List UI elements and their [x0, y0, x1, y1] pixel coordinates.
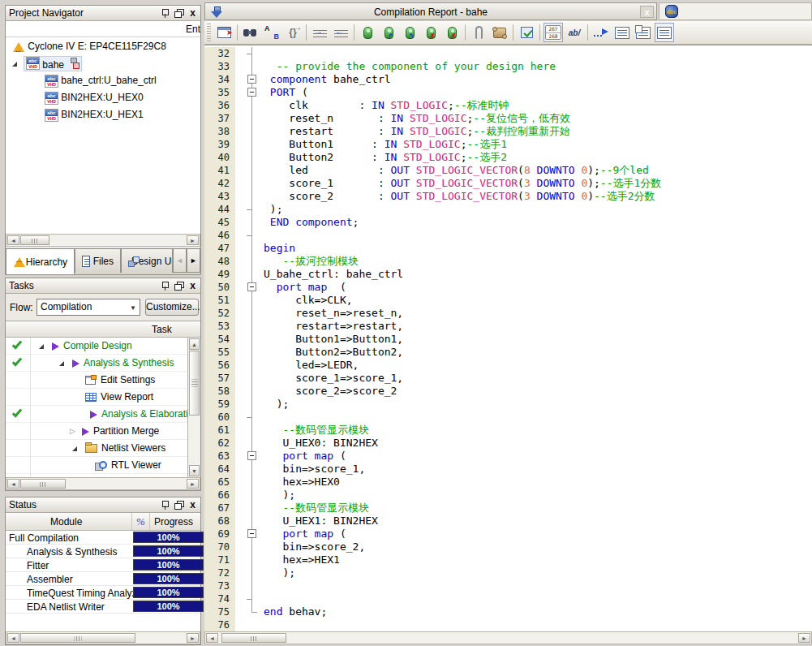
- attachment-icon[interactable]: [469, 23, 488, 42]
- word-wrap-icon[interactable]: ab/: [565, 23, 584, 42]
- task-row[interactable]: Analysis & Synthesis: [6, 355, 200, 372]
- scroll-thumb[interactable]: [20, 633, 135, 643]
- task-row[interactable]: Edit Settings: [6, 372, 200, 389]
- delete-bookmark-icon[interactable]: ✗: [421, 23, 440, 42]
- pin-icon[interactable]: [160, 281, 170, 291]
- find-icon[interactable]: [241, 23, 260, 42]
- check-syntax-icon[interactable]: [517, 23, 536, 42]
- line-number: 35: [204, 86, 235, 99]
- scroll-thumb[interactable]: [189, 351, 200, 416]
- task-check-cell: [6, 389, 31, 406]
- fold-collapse-icon[interactable]: [247, 88, 256, 97]
- tab-scroll-buttons: ◄►: [173, 248, 200, 273]
- tab-scroll-right-icon[interactable]: ►: [187, 248, 200, 273]
- expander-icon[interactable]: [72, 446, 77, 451]
- scroll-right-icon[interactable]: ►: [187, 479, 199, 489]
- tasks-panel: Tasks x Flow: Compilation ▼ Customize...…: [5, 278, 201, 491]
- scroll-thumb[interactable]: [221, 633, 286, 643]
- line-numbers-icon[interactable]: 267268: [543, 23, 563, 42]
- close-window-icon[interactable]: x: [640, 6, 654, 18]
- percent-column-header[interactable]: %: [136, 515, 145, 528]
- fold-collapse-icon[interactable]: [247, 451, 256, 460]
- customize-button[interactable]: Customize...: [145, 299, 199, 316]
- status-hscrollbar[interactable]: ◄ ►: [6, 631, 200, 644]
- goto-line-icon[interactable]: [591, 23, 611, 42]
- scroll-thumb[interactable]: [20, 479, 66, 489]
- task-row[interactable]: Compile Design: [6, 338, 200, 355]
- tree-item[interactable]: abcVHD bahe: [6, 55, 200, 72]
- decrease-indent-icon[interactable]: [331, 23, 350, 42]
- scroll-left-icon[interactable]: ◄: [7, 235, 19, 245]
- navigator-hscrollbar[interactable]: ◄ ►: [6, 234, 200, 247]
- code-text: --拔河控制模块: [264, 255, 359, 268]
- fold-collapse-icon[interactable]: [247, 75, 256, 84]
- float-icon[interactable]: [174, 500, 184, 510]
- fold-collapse-icon[interactable]: [247, 529, 256, 538]
- scroll-left-icon[interactable]: ◄: [206, 633, 218, 643]
- scroll-thumb[interactable]: [20, 235, 49, 245]
- delete-all-bookmarks-icon[interactable]: ✗: [442, 23, 462, 42]
- progress-bar: 100%: [133, 545, 204, 557]
- outline-page-view-icon[interactable]: [634, 23, 653, 42]
- tree-item[interactable]: Cyclone IV E: EP4CE115F29C8: [6, 38, 200, 55]
- scroll-left-icon[interactable]: ◄: [7, 633, 19, 643]
- task-row[interactable]: ▷Partition Merge: [6, 423, 200, 440]
- insert-template-icon[interactable]: [490, 23, 509, 42]
- fold-rail: [235, 502, 264, 515]
- entity-column-header[interactable]: Entity: [6, 21, 200, 37]
- next-bookmark-icon[interactable]: ↱: [379, 23, 398, 42]
- expander-icon[interactable]: ▷: [70, 427, 75, 435]
- task-row[interactable]: View Report: [6, 389, 200, 406]
- pin-icon[interactable]: [160, 500, 170, 510]
- outline-view-icon[interactable]: [612, 23, 632, 42]
- scroll-right-icon[interactable]: ►: [187, 633, 199, 643]
- expander-icon[interactable]: [59, 361, 64, 366]
- scroll-right-icon[interactable]: ►: [187, 235, 199, 245]
- pin-icon[interactable]: [160, 8, 170, 19]
- full-view-icon[interactable]: [655, 23, 674, 42]
- toolbar-drag-handle[interactable]: [207, 24, 211, 41]
- task-table-header[interactable]: Task: [6, 321, 200, 338]
- scroll-down-icon[interactable]: ▼: [189, 465, 200, 476]
- tasks-hscrollbar[interactable]: ◄ ►: [6, 477, 200, 490]
- expander-icon[interactable]: [12, 62, 17, 67]
- float-icon[interactable]: [174, 281, 184, 291]
- task-row[interactable]: Netlist Viewers: [6, 440, 200, 457]
- toggle-bookmark-icon[interactable]: [358, 23, 377, 42]
- previous-bookmark-icon[interactable]: ↰: [400, 23, 419, 42]
- increase-indent-icon[interactable]: [310, 23, 329, 42]
- replace-icon[interactable]: [262, 23, 281, 42]
- tree-item[interactable]: abcVHD bahe_ctrl:U_bahe_ctrl: [6, 72, 200, 89]
- editor-window-titlebar[interactable]: abc: [659, 2, 812, 20]
- flow-dropdown[interactable]: Compilation ▼: [37, 299, 140, 316]
- close-icon[interactable]: x: [187, 500, 198, 510]
- close-icon[interactable]: x: [187, 8, 198, 19]
- progress-column-header[interactable]: Progress: [154, 516, 193, 528]
- editor-hscrollbar[interactable]: ◄ ►: [204, 631, 812, 644]
- tree-item[interactable]: abcVHD BIN2HEX:U_HEX1: [6, 106, 200, 123]
- task-row[interactable]: RTL Viewer: [6, 457, 200, 474]
- scroll-up-icon[interactable]: ▲: [189, 338, 200, 350]
- scroll-right-icon[interactable]: ►: [798, 633, 810, 643]
- tab-design-units[interactable]: Design Units: [121, 248, 173, 273]
- progress-bar: 100%: [133, 587, 204, 598]
- code-editor[interactable]: 3233 -- provide the component of your de…: [204, 45, 812, 631]
- tab-scroll-left-icon[interactable]: ◄: [173, 248, 187, 273]
- report-window-titlebar[interactable]: Compilation Report - bahe x: [204, 2, 657, 20]
- float-icon[interactable]: [174, 8, 184, 19]
- fold-collapse-icon[interactable]: [247, 282, 256, 291]
- scroll-left-icon[interactable]: ◄: [7, 479, 19, 489]
- module-column-header[interactable]: Module: [50, 516, 82, 528]
- close-icon[interactable]: x: [187, 281, 198, 291]
- line-number: 32: [204, 47, 235, 60]
- code-line: 62 U_HEX0: BIN2HEX: [204, 437, 812, 450]
- task-vscrollbar[interactable]: ▲ ▼: [187, 338, 200, 477]
- expander-icon[interactable]: [39, 344, 44, 349]
- code-line: 53 restart=>restart,: [204, 320, 812, 333]
- tree-item[interactable]: abcVHD BIN2HEX:U_HEX0: [6, 89, 200, 106]
- open-in-new-window-icon[interactable]: [214, 23, 234, 42]
- tab-hierarchy[interactable]: Hierarchy: [6, 248, 75, 274]
- task-row[interactable]: Analysis & Elaboration: [6, 406, 200, 423]
- match-brace-icon[interactable]: {}: [283, 23, 303, 42]
- tab-files[interactable]: Files: [75, 248, 121, 273]
